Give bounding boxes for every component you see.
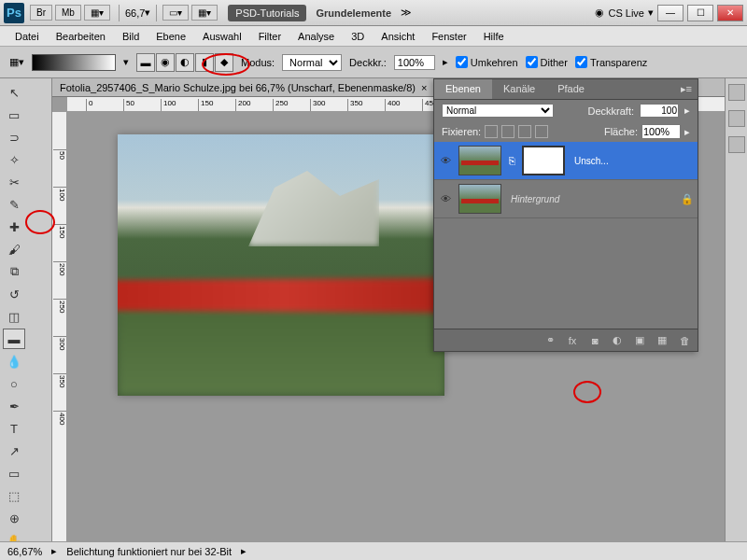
menu-datei[interactable]: Datei (7, 29, 47, 44)
opacity-label: Deckkr.: (349, 57, 387, 68)
view-extras-button[interactable]: ▭▾ (162, 5, 189, 21)
shape-tool[interactable]: ▭ (3, 463, 25, 483)
new-group-icon[interactable]: ▣ (632, 333, 647, 348)
menu-ebene[interactable]: Ebene (148, 29, 193, 44)
menu-bild[interactable]: Bild (115, 29, 147, 44)
maximize-button[interactable]: ☐ (687, 5, 713, 21)
lock-icon: 🔒 (681, 193, 694, 205)
delete-layer-icon[interactable]: 🗑 (677, 333, 692, 348)
close-tab-icon[interactable]: × (421, 82, 427, 93)
titlebar: Ps Br Mb ▦▾ 66,7▾ ▭▾ ▦▾ PSD-Tutorials Gr… (0, 0, 747, 26)
layer-opacity-input[interactable] (640, 104, 679, 118)
fill-input[interactable] (641, 124, 681, 139)
layer-row[interactable]: 👁 ⎘ Unsch... (434, 142, 698, 180)
color-panel-icon[interactable] (728, 84, 745, 101)
menu-3d[interactable]: 3D (344, 29, 372, 44)
layer-name[interactable]: Hintergrund (507, 194, 675, 204)
tool-preset-picker[interactable]: ▦▾ (9, 56, 24, 68)
minimize-button[interactable]: — (657, 5, 684, 21)
blend-mode-select[interactable]: Normal (442, 104, 554, 118)
stamp-tool[interactable]: ⧉ (3, 261, 25, 282)
angle-gradient-button[interactable]: ◐ (176, 53, 194, 72)
paths-tab[interactable]: Pfade (546, 79, 596, 99)
opacity-input[interactable] (394, 55, 435, 70)
mode-select[interactable]: Normal (282, 54, 342, 71)
lock-pixels-icon[interactable] (501, 125, 514, 138)
dither-checkbox[interactable]: Dither (526, 56, 568, 68)
fx-icon[interactable]: fx (565, 333, 580, 348)
mask-link-icon[interactable]: ⎘ (507, 155, 516, 166)
linear-gradient-button[interactable]: ▬ (136, 53, 155, 72)
adjustment-layer-icon[interactable]: ◐ (610, 333, 625, 348)
menu-bearbeiten[interactable]: Bearbeiten (49, 29, 113, 44)
menu-analyse[interactable]: Analyse (290, 29, 342, 44)
lock-all-icon[interactable] (535, 125, 548, 138)
marquee-tool[interactable]: ▭ (3, 105, 25, 125)
visibility-icon[interactable]: 👁 (438, 153, 453, 168)
cslive-button[interactable]: CS Live (608, 7, 644, 19)
3d-camera-tool[interactable]: ⊕ (3, 508, 25, 528)
dodge-tool[interactable]: ○ (3, 373, 25, 394)
close-button[interactable]: ✕ (717, 5, 743, 21)
bridge-button[interactable]: Br (30, 5, 52, 21)
canvas[interactable] (118, 134, 444, 396)
layer-row[interactable]: 👁 Hintergrund 🔒 (434, 180, 698, 218)
adjustments-panel-icon[interactable] (728, 110, 745, 127)
heal-tool[interactable]: ✚ (3, 217, 25, 237)
menu-ansicht[interactable]: Ansicht (374, 29, 422, 44)
add-mask-icon[interactable]: ◙ (587, 333, 602, 348)
lock-transparency-icon[interactable] (485, 125, 498, 138)
gradient-type-group: ▬ ◉ ◐ ▮ ◆ (136, 53, 233, 72)
brush-tool[interactable]: 🖌 (3, 239, 25, 259)
menu-filter[interactable]: Filter (251, 29, 289, 44)
eraser-tool[interactable]: ◫ (3, 306, 25, 327)
gradient-tool[interactable]: ▬ (3, 329, 25, 349)
layers-panel: Ebenen Kanäle Pfade ▸≡ Normal Deckkraft:… (433, 78, 698, 352)
canvas-area: Fotolia_2957406_S_Mario Schulze.jpg bei … (52, 78, 725, 541)
link-layers-icon[interactable]: ⚭ (543, 333, 557, 348)
new-layer-icon[interactable]: ▦ (655, 333, 669, 348)
mask-thumbnail[interactable] (522, 146, 565, 175)
type-tool[interactable]: T (3, 418, 25, 439)
collapsed-panels (725, 78, 747, 541)
screen-mode-button[interactable]: ▦▾ (84, 5, 110, 21)
move-tool[interactable]: ↖ (3, 82, 25, 103)
menu-auswahl[interactable]: Auswahl (195, 29, 249, 44)
mode-label: Modus: (241, 57, 275, 68)
history-brush-tool[interactable]: ↺ (3, 284, 25, 304)
toolbox: ↖ ▭ ⊃ ✧ ✂ ✎ ✚ 🖌 ⧉ ↺ ◫ ▬ 💧 ○ ✒ T ↗ ▭ ⬚ ⊕ … (0, 78, 52, 541)
workspace-switcher[interactable]: PSD-Tutorials Grundelemente ≫ (228, 5, 412, 21)
arrange-button[interactable]: ▦▾ (191, 5, 218, 21)
transparency-checkbox[interactable]: Transparenz (575, 56, 647, 68)
layers-panel-icon[interactable] (728, 136, 745, 153)
visibility-icon[interactable]: 👁 (438, 191, 453, 206)
minibridge-button[interactable]: Mb (55, 5, 81, 21)
photoshop-logo: Ps (4, 3, 24, 23)
menu-fenster[interactable]: Fenster (424, 29, 473, 44)
menu-hilfe[interactable]: Hilfe (476, 29, 512, 44)
panel-menu-icon[interactable]: ▸≡ (675, 79, 698, 99)
diamond-gradient-button[interactable]: ◆ (215, 53, 233, 72)
zoom-level[interactable]: 66,7 (125, 7, 145, 19)
gradient-picker[interactable] (32, 54, 116, 71)
path-select-tool[interactable]: ↗ (3, 441, 25, 461)
reverse-checkbox[interactable]: Umkehren (456, 56, 518, 68)
channels-tab[interactable]: Kanäle (492, 79, 546, 99)
wand-tool[interactable]: ✧ (3, 149, 25, 170)
layer-name[interactable]: Unsch... (571, 156, 694, 166)
crop-tool[interactable]: ✂ (3, 172, 25, 192)
lock-position-icon[interactable] (518, 125, 531, 138)
lasso-tool[interactable]: ⊃ (3, 127, 25, 147)
eyedropper-tool[interactable]: ✎ (3, 194, 25, 215)
reflected-gradient-button[interactable]: ▮ (195, 53, 214, 72)
pen-tool[interactable]: ✒ (3, 396, 25, 416)
layers-tab[interactable]: Ebenen (434, 79, 492, 99)
layers-panel-footer: ⚭ fx ◙ ◐ ▣ ▦ 🗑 (434, 329, 698, 351)
status-zoom[interactable]: 66,67% (7, 546, 42, 557)
opacity-label: Deckkraft: (587, 105, 634, 117)
blur-tool[interactable]: 💧 (3, 351, 25, 371)
3d-tool[interactable]: ⬚ (3, 485, 25, 506)
layer-thumbnail[interactable] (458, 184, 501, 214)
layer-thumbnail[interactable] (458, 146, 501, 175)
radial-gradient-button[interactable]: ◉ (156, 53, 175, 72)
